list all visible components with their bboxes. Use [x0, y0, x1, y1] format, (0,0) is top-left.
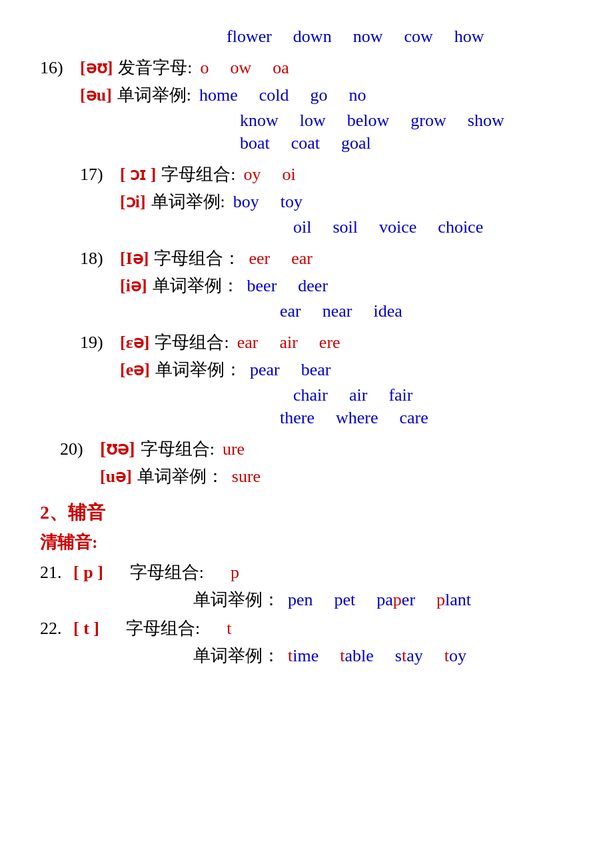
- word-voice: voice: [379, 217, 416, 237]
- word-flower: flower: [227, 27, 272, 47]
- word-oil: oil: [293, 217, 311, 237]
- word-show: show: [468, 111, 504, 131]
- item-19-row1: 19) [εə] 字母组合: ear air ere: [80, 331, 573, 354]
- word-fair: fair: [388, 385, 412, 405]
- item-21: 21. [ p ] 字母组合: p 单词举例： pen pet paper pl…: [40, 561, 573, 611]
- word-chair: chair: [293, 385, 328, 405]
- item-20-phonetic2: [uə]: [100, 466, 132, 487]
- word-pear: pear: [250, 360, 280, 380]
- word-toy-22: toy: [444, 646, 466, 666]
- item-19-letter-air: air: [279, 333, 297, 353]
- section-2-subtitle: 清辅音:: [40, 531, 573, 554]
- word-choice: choice: [438, 217, 483, 237]
- word-beer: beer: [247, 276, 277, 296]
- item-19-label2: 单词举例：: [155, 358, 242, 381]
- word-down: down: [293, 27, 332, 47]
- top-words-line: flower down now cow how: [227, 27, 573, 47]
- word-pen: pen: [288, 590, 313, 610]
- item-16-phonetic1: [əʊ]: [80, 57, 113, 78]
- item-20-letter-ure: ure: [223, 439, 245, 459]
- word-cold: cold: [259, 85, 289, 105]
- item-18-phonetic1: [Iə]: [120, 248, 149, 269]
- item-18-label1: 字母组合：: [154, 247, 241, 270]
- item-21-num: 21.: [40, 563, 73, 583]
- word-coat: coat: [291, 133, 320, 153]
- word-deer: deer: [298, 276, 328, 296]
- item-18-row1: 18) [Iə] 字母组合： eer ear: [80, 247, 573, 270]
- word-no: no: [349, 85, 366, 105]
- item-19-row2: [eə] 单词举例： pear bear: [120, 358, 573, 381]
- item-16-row1: 16) [əʊ] 发音字母: o ow oa: [40, 56, 573, 79]
- item-17-num: 17): [80, 165, 120, 185]
- word-stay: stay: [395, 646, 423, 666]
- item-17-row3: oil soil voice choice: [293, 217, 573, 237]
- item-19-phonetic1: [εə]: [120, 332, 149, 353]
- word-goal: goal: [341, 133, 371, 153]
- item-19-phonetic2: [eə]: [120, 359, 150, 380]
- item-20-label1: 字母组合:: [141, 437, 215, 461]
- item-16-num: 16): [40, 58, 80, 78]
- item-18-row2: [iə] 单词举例： beer deer: [120, 274, 573, 297]
- item-22-label1: 字母组合:: [126, 617, 200, 640]
- word-cow: cow: [404, 27, 432, 47]
- item-19: 19) [εə] 字母组合: ear air ere [eə] 单词举例： pe…: [40, 331, 573, 428]
- item-21-letter-p: p: [231, 563, 239, 583]
- word-bear: bear: [301, 360, 331, 380]
- item-16-label1: 发音字母:: [118, 56, 192, 79]
- item-20: 20) [ʊə] 字母组合: ure [uə] 单词举例： sure: [40, 437, 573, 488]
- item-19-num: 19): [80, 333, 120, 353]
- word-grow: grow: [410, 111, 446, 131]
- item-21-phonetic1: [ p ]: [73, 563, 103, 583]
- item-17-letter-oi: oi: [283, 165, 296, 185]
- item-16-letter-oa: oa: [273, 58, 289, 78]
- item-18-phonetic2: [iə]: [120, 275, 147, 296]
- item-20-label2: 单词举例：: [137, 465, 224, 488]
- item-22-row2: 单词举例： time table stay toy: [193, 644, 573, 667]
- item-20-row1: 20) [ʊə] 字母组合: ure: [60, 437, 573, 461]
- item-16-row3: know low below grow show: [240, 111, 573, 131]
- word-there: there: [280, 408, 314, 428]
- section-2-title: 2、辅音: [40, 500, 573, 525]
- item-16-letter-ow: ow: [231, 58, 252, 78]
- item-17-row1: 17) [ ɔɪ ] 字母组合: oy oi: [80, 163, 573, 186]
- word-toy: toy: [281, 192, 303, 212]
- word-low: low: [300, 111, 326, 131]
- item-20-num: 20): [60, 439, 100, 459]
- item-18: 18) [Iə] 字母组合： eer ear [iə] 单词举例： beer d…: [40, 247, 573, 321]
- item-20-row2: [uə] 单词举例： sure: [100, 465, 573, 488]
- word-time: time: [288, 646, 318, 666]
- item-17-label2: 单词举例:: [151, 190, 225, 213]
- word-plant: plant: [436, 590, 471, 610]
- word-paper: paper: [376, 590, 415, 610]
- item-20-phonetic1: [ʊə]: [100, 437, 135, 459]
- item-18-letter-ear: ear: [291, 249, 312, 269]
- item-21-label1: 字母组合:: [130, 561, 204, 584]
- word-know: know: [240, 111, 279, 131]
- item-17-phonetic2: [ɔi]: [120, 191, 146, 212]
- word-air: air: [349, 385, 367, 405]
- item-16-row2: [əu] 单词举例: home cold go no: [80, 83, 573, 107]
- item-19-row4: there where care: [280, 408, 573, 428]
- item-22-row1: 22. [ t ] 字母组合: t: [40, 617, 573, 640]
- item-16-row4: boat coat goal: [240, 133, 573, 153]
- word-near: near: [322, 301, 352, 321]
- word-boat: boat: [240, 133, 270, 153]
- item-22-letter-t: t: [227, 619, 231, 639]
- item-18-num: 18): [80, 249, 120, 269]
- item-22-label2: 单词举例：: [193, 644, 280, 667]
- word-below: below: [347, 111, 390, 131]
- word-table: table: [340, 646, 374, 666]
- item-17-phonetic1: [ ɔɪ ]: [120, 164, 156, 185]
- word-sure: sure: [232, 467, 261, 487]
- word-how: how: [454, 27, 484, 47]
- item-19-letter-ere: ere: [319, 333, 340, 353]
- word-home: home: [199, 85, 238, 105]
- item-18-row3: ear near idea: [280, 301, 573, 321]
- word-idea: idea: [374, 301, 402, 321]
- item-16-letter-o: o: [201, 58, 209, 78]
- item-16: 16) [əʊ] 发音字母: o ow oa [əu] 单词举例: home c…: [40, 56, 573, 153]
- item-16-phonetic2: [əu]: [80, 85, 112, 105]
- item-16-label2: 单词举例:: [117, 83, 191, 107]
- word-care: care: [399, 408, 428, 428]
- item-19-label1: 字母组合:: [155, 331, 229, 354]
